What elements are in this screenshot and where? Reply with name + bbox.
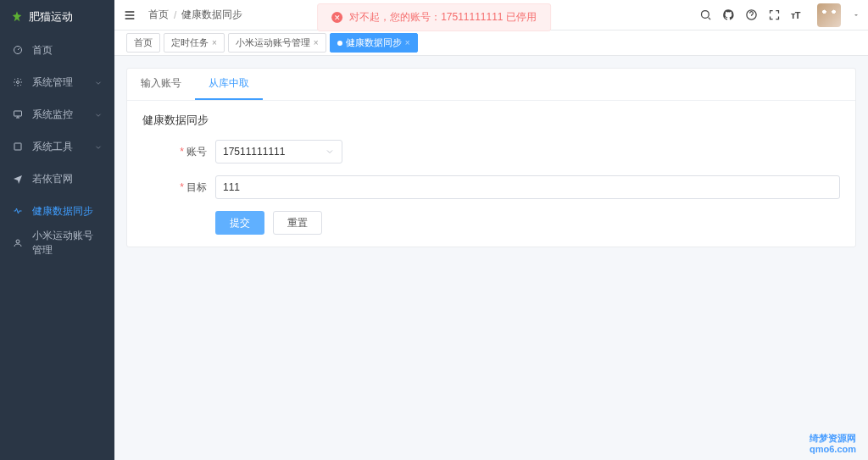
search-icon	[699, 8, 712, 21]
pulse-icon	[12, 205, 24, 217]
monitor-icon	[12, 108, 24, 120]
sidebar-item-home[interactable]: 首页	[0, 34, 114, 66]
hamburger-icon	[123, 8, 136, 22]
sidebar-item-system-manage[interactable]: 系统管理	[0, 66, 114, 98]
close-icon[interactable]: ×	[212, 38, 217, 47]
tab-cron[interactable]: 定时任务×	[164, 33, 225, 53]
gauge-icon	[12, 44, 24, 56]
sidebar-item-label: 系统监控	[32, 108, 94, 122]
caret-down-icon	[853, 12, 860, 19]
breadcrumb-current: 健康数据同步	[181, 8, 242, 22]
submit-button[interactable]: 提交	[215, 211, 264, 235]
hamburger-toggle[interactable]	[123, 8, 140, 22]
page-tabs: 首页 定时任务× 小米运动账号管理× 健康数据同步×	[114, 30, 868, 56]
tab-label: 健康数据同步	[346, 36, 402, 49]
reset-button[interactable]: 重置	[273, 211, 322, 235]
svg-point-5	[701, 11, 709, 19]
chevron-down-icon	[325, 147, 335, 157]
user-icon	[12, 237, 24, 249]
tool-icon	[12, 141, 24, 152]
breadcrumb-home[interactable]: 首页	[148, 8, 169, 22]
sidebar-item-label: 系统管理	[32, 75, 94, 90]
github-button[interactable]	[722, 8, 735, 21]
fullscreen-button[interactable]	[768, 8, 781, 21]
tab-health-sync[interactable]: 健康数据同步×	[330, 33, 418, 53]
sidebar: 肥猫运动 首页 系统管理 系统监控 系统工具	[0, 0, 114, 460]
error-icon: ✕	[331, 12, 342, 23]
tab-label: 小米运动账号管理	[236, 36, 310, 49]
tab-xiaomi-account[interactable]: 小米运动账号管理×	[228, 33, 326, 53]
close-icon[interactable]: ×	[405, 38, 410, 47]
tab-home[interactable]: 首页	[126, 33, 160, 53]
close-icon[interactable]: ×	[314, 38, 319, 47]
sidebar-item-label: 首页	[32, 43, 103, 58]
sidebar-menu: 首页 系统管理 系统监控 系统工具 若依官网	[0, 34, 114, 460]
watermark: 绮梦资源网 qmo6.com	[810, 433, 856, 455]
sidebar-item-system-tools[interactable]: 系统工具	[0, 130, 114, 163]
topbar-actions: тT	[699, 3, 860, 27]
form-card: 输入账号 从库中取 健康数据同步 *账号 17511111111 *目标	[126, 68, 856, 247]
sidebar-item-label: 小米运动账号管理	[32, 229, 103, 258]
alert-text: 对不起，您的账号：17511111111 已停用	[349, 10, 537, 25]
help-icon	[745, 8, 758, 21]
sidebar-item-label: 健康数据同步	[32, 204, 103, 219]
search-button[interactable]	[699, 8, 712, 21]
fullscreen-icon	[768, 8, 781, 21]
account-select[interactable]: 17511111111	[215, 140, 342, 163]
svg-point-4	[16, 240, 19, 243]
help-button[interactable]	[745, 8, 758, 21]
content-area: 输入账号 从库中取 健康数据同步 *账号 17511111111 *目标	[114, 56, 868, 460]
chevron-down-icon	[94, 110, 103, 119]
chevron-down-icon	[94, 78, 103, 86]
sidebar-item-health-sync[interactable]: 健康数据同步	[0, 195, 114, 227]
tab-label: 定时任务	[171, 36, 209, 49]
leaf-icon	[10, 10, 24, 24]
target-label: *目标	[142, 180, 207, 195]
account-label: *账号	[142, 145, 207, 159]
sidebar-item-label: 系统工具	[32, 140, 94, 154]
inner-tab-from-db[interactable]: 从库中取	[195, 69, 263, 100]
inner-tab-input-account[interactable]: 输入账号	[127, 69, 195, 100]
breadcrumb-separator: /	[174, 9, 176, 21]
github-icon	[722, 8, 735, 21]
account-value: 17511111111	[223, 146, 285, 158]
card-title: 健康数据同步	[142, 113, 840, 128]
sidebar-item-system-monitor[interactable]: 系统监控	[0, 98, 114, 130]
chevron-down-icon	[94, 142, 103, 151]
tab-label: 首页	[134, 36, 153, 49]
svg-rect-2	[14, 111, 22, 116]
sidebar-item-label: 若依官网	[32, 172, 103, 186]
svg-point-1	[17, 81, 19, 84]
error-alert: ✕ 对不起，您的账号：17511111111 已停用	[317, 3, 551, 31]
avatar[interactable]	[817, 3, 841, 27]
logo: 肥猫运动	[0, 0, 114, 34]
gear-icon	[12, 76, 24, 88]
sidebar-item-ruoyi[interactable]: 若依官网	[0, 163, 114, 195]
sidebar-item-xiaomi-account[interactable]: 小米运动账号管理	[0, 227, 114, 259]
plane-icon	[12, 173, 24, 185]
active-dot-icon	[337, 41, 342, 46]
breadcrumb: 首页 / 健康数据同步	[148, 8, 242, 22]
inner-tabs: 输入账号 从库中取	[127, 69, 855, 101]
avatar-dropdown[interactable]	[853, 12, 860, 19]
text-size-button[interactable]: тT	[791, 10, 800, 20]
svg-rect-3	[14, 143, 21, 150]
app-name: 肥猫运动	[29, 9, 73, 25]
target-input[interactable]	[215, 175, 840, 199]
